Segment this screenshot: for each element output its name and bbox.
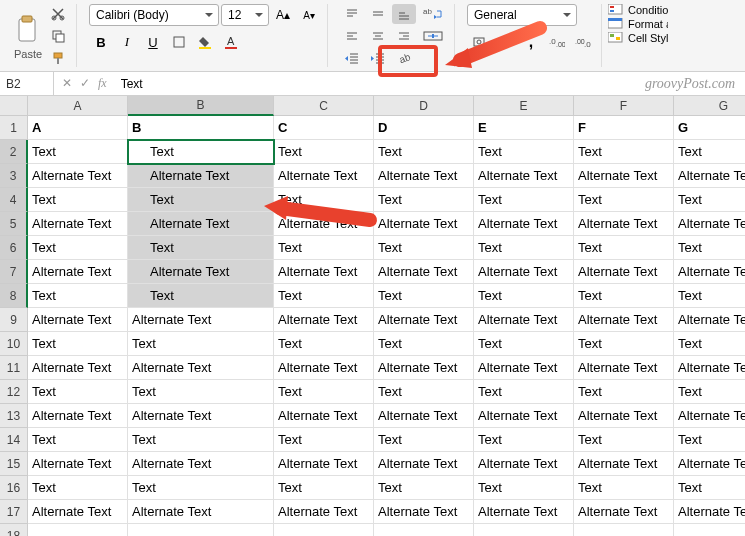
cell[interactable]: Text [274, 188, 374, 212]
cell[interactable]: Text [674, 380, 745, 404]
cell[interactable]: Alternate Text [274, 356, 374, 380]
column-header[interactable]: B [128, 96, 274, 116]
cell[interactable]: Alternate Text [674, 164, 745, 188]
cell[interactable]: Text [474, 332, 574, 356]
cell[interactable]: E [474, 116, 574, 140]
paste-icon[interactable] [12, 12, 44, 48]
align-center-icon[interactable] [366, 26, 390, 46]
cell[interactable]: Alternate Text [574, 308, 674, 332]
cell[interactable]: Alternate Text [574, 500, 674, 524]
cell[interactable]: Text [28, 236, 128, 260]
cell[interactable]: Text [574, 236, 674, 260]
cell[interactable]: Text [274, 380, 374, 404]
cell[interactable]: Alternate Text [128, 308, 274, 332]
cell[interactable]: Alternate Text [374, 356, 474, 380]
cell[interactable]: Alternate Text [674, 212, 745, 236]
cell[interactable]: Text [574, 332, 674, 356]
cell[interactable]: Alternate Text [28, 404, 128, 428]
increase-indent-icon[interactable] [366, 48, 390, 68]
underline-button[interactable]: U [141, 32, 165, 52]
font-size-select[interactable]: 12 [221, 4, 269, 26]
cell[interactable]: Alternate Text [374, 452, 474, 476]
row-header[interactable]: 12 [0, 380, 28, 404]
cell[interactable]: Text [128, 380, 274, 404]
cell[interactable] [274, 524, 374, 536]
cell[interactable]: Text [128, 332, 274, 356]
format-painter-icon[interactable] [46, 48, 70, 68]
cell[interactable]: Alternate Text [374, 212, 474, 236]
cell[interactable] [574, 524, 674, 536]
cell[interactable]: Alternate Text [128, 212, 274, 236]
wrap-text-icon[interactable]: ab [418, 4, 448, 24]
cell[interactable]: Alternate Text [128, 164, 274, 188]
currency-icon[interactable] [467, 32, 491, 52]
cell[interactable]: Alternate Text [674, 260, 745, 284]
copy-icon[interactable] [46, 26, 70, 46]
cell[interactable]: Text [574, 188, 674, 212]
cell[interactable]: Alternate Text [374, 164, 474, 188]
cell[interactable]: Alternate Text [574, 452, 674, 476]
row-header[interactable]: 17 [0, 500, 28, 524]
column-header[interactable]: E [474, 96, 574, 116]
cell[interactable] [374, 524, 474, 536]
font-color-icon[interactable]: A [219, 32, 243, 52]
row-header[interactable]: 5 [0, 212, 28, 236]
cell[interactable]: Alternate Text [574, 164, 674, 188]
orientation-icon[interactable]: ab [392, 48, 416, 68]
cell[interactable]: Text [374, 236, 474, 260]
cell[interactable]: C [274, 116, 374, 140]
cell[interactable]: Text [474, 236, 574, 260]
align-top-icon[interactable] [340, 4, 364, 24]
fx-icon[interactable]: fx [98, 76, 107, 91]
cell[interactable]: A [28, 116, 128, 140]
cell[interactable]: Alternate Text [274, 404, 374, 428]
row-header[interactable]: 8 [0, 284, 28, 308]
align-middle-icon[interactable] [366, 4, 390, 24]
cell[interactable]: Alternate Text [474, 212, 574, 236]
column-header[interactable]: D [374, 96, 474, 116]
cell[interactable]: Alternate Text [374, 308, 474, 332]
cell[interactable]: Text [674, 140, 745, 164]
cell[interactable]: Text [574, 380, 674, 404]
row-header[interactable]: 10 [0, 332, 28, 356]
decrease-indent-icon[interactable] [340, 48, 364, 68]
cell-styles-button[interactable]: Cell Styles [608, 32, 668, 44]
cell[interactable]: Text [674, 428, 745, 452]
decrease-font-icon[interactable]: A▾ [297, 5, 321, 25]
cell[interactable]: Alternate Text [674, 404, 745, 428]
cell[interactable]: Text [128, 140, 274, 164]
cell[interactable]: Text [474, 284, 574, 308]
border-icon[interactable] [167, 32, 191, 52]
cell[interactable]: Alternate Text [28, 212, 128, 236]
cell[interactable]: Text [574, 428, 674, 452]
cell[interactable]: Alternate Text [274, 212, 374, 236]
conditional-format-button[interactable]: Conditional Formatting [608, 4, 668, 16]
cell[interactable]: Alternate Text [28, 452, 128, 476]
cell[interactable]: Text [474, 188, 574, 212]
cell[interactable]: Text [474, 380, 574, 404]
cell[interactable]: Text [674, 476, 745, 500]
cell[interactable]: Text [374, 284, 474, 308]
cell[interactable] [474, 524, 574, 536]
cell[interactable]: Alternate Text [574, 260, 674, 284]
cell[interactable]: Text [128, 236, 274, 260]
cell[interactable]: Text [128, 428, 274, 452]
cell[interactable]: Text [128, 188, 274, 212]
row-header[interactable]: 2 [0, 140, 28, 164]
cell[interactable]: Text [28, 284, 128, 308]
decrease-decimal-icon[interactable]: .00.0 [571, 32, 595, 52]
row-header[interactable]: 18 [0, 524, 28, 536]
number-format-select[interactable]: General [467, 4, 577, 26]
cell[interactable]: Text [374, 188, 474, 212]
select-all-corner[interactable] [0, 96, 28, 116]
bold-button[interactable]: B [89, 32, 113, 52]
cut-icon[interactable] [46, 4, 70, 24]
cell[interactable]: Text [474, 140, 574, 164]
cell[interactable]: Text [374, 428, 474, 452]
cell[interactable]: Alternate Text [474, 500, 574, 524]
cell[interactable]: Text [374, 476, 474, 500]
align-right-icon[interactable] [392, 26, 416, 46]
align-left-icon[interactable] [340, 26, 364, 46]
cell[interactable]: Text [28, 332, 128, 356]
column-header[interactable]: C [274, 96, 374, 116]
